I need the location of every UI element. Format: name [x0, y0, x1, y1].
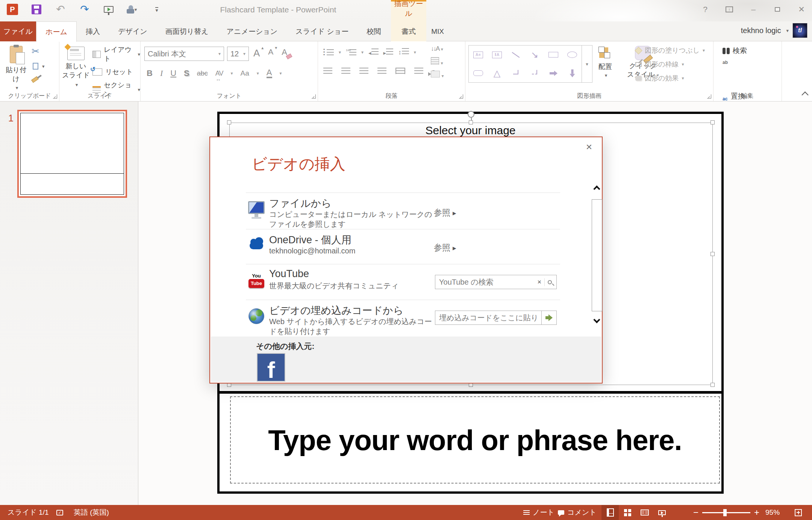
numbering-icon[interactable] [349, 49, 356, 56]
distribute-icon[interactable] [395, 68, 405, 74]
italic-button[interactable]: I [160, 68, 163, 78]
change-case-button[interactable]: Aa [241, 69, 249, 77]
selection-handle[interactable] [469, 120, 473, 124]
shape-outline-button[interactable]: 図形の枠線▾ [635, 60, 705, 69]
grow-font-button[interactable]: A▴ [253, 47, 260, 59]
convert-smartart-button[interactable]: ▾ [431, 71, 444, 79]
tab-format[interactable]: 書式 [391, 21, 426, 41]
elbow-arrow-connector-icon[interactable] [532, 70, 537, 74]
down-block-arrow-icon[interactable] [570, 69, 575, 77]
bullets-icon[interactable] [327, 49, 334, 56]
tab-insert[interactable]: 挿入 [77, 21, 109, 41]
character-spacing-button[interactable]: AV [215, 70, 223, 77]
fit-to-window-button[interactable] [795, 505, 802, 520]
zoom-out-button[interactable]: − [691, 507, 701, 518]
justify-icon[interactable] [377, 68, 386, 74]
shrink-font-button[interactable]: A▾ [268, 47, 273, 59]
tab-design[interactable]: デザイン [109, 21, 156, 41]
line-spacing-icon[interactable]: ↕ [398, 48, 409, 56]
facebook-icon[interactable]: f [257, 353, 285, 382]
restore-button[interactable] [769, 4, 786, 15]
tab-slideshow[interactable]: スライド ショー [286, 21, 358, 41]
font-name-combo[interactable]: Calibri 本文▾ [144, 47, 224, 61]
new-slide-button[interactable]: 新しい スライド ▾ [62, 43, 90, 89]
tab-home[interactable]: ホーム [36, 21, 77, 42]
scroll-up-button[interactable] [594, 186, 599, 193]
minimize-button[interactable]: – [745, 4, 762, 15]
paragraph-dialog-launcher[interactable] [459, 94, 463, 99]
bold-button[interactable]: B [147, 68, 153, 78]
align-text-button[interactable]: ▾ [431, 57, 443, 66]
shape-gallery-more-button[interactable]: ▾ [582, 45, 592, 83]
rounded-rectangle-shape-icon[interactable] [473, 70, 483, 76]
language-indicator[interactable]: 英語 (英国) [74, 505, 109, 520]
collapse-ribbon-button[interactable] [801, 91, 808, 98]
save-button[interactable] [30, 3, 43, 16]
search-icon[interactable] [548, 280, 552, 284]
browse-onedrive-link[interactable]: 参照 [434, 242, 456, 253]
format-painter-icon[interactable] [31, 76, 39, 83]
text-direction-button[interactable]: ↓↓A ▾ [431, 45, 443, 53]
slide-thumbnail[interactable] [17, 110, 127, 198]
elbow-connector-icon[interactable] [513, 70, 518, 74]
insert-embed-button[interactable] [542, 311, 557, 325]
copy-button[interactable]: ▾ [32, 63, 45, 70]
paste-button[interactable]: 貼り付け ▾ [3, 42, 29, 92]
vertical-text-box-icon[interactable]: ‖A [492, 52, 502, 58]
cut-icon[interactable]: ✂ [32, 46, 39, 57]
shape-effects-button[interactable]: 図形の効果▾ [635, 74, 705, 83]
comments-button[interactable]: コメント [558, 505, 597, 520]
tab-file[interactable]: ファイル [0, 21, 36, 41]
font-size-combo[interactable]: 12▾ [227, 47, 249, 61]
clipboard-dialog-launcher[interactable] [53, 94, 57, 99]
rotate-handle[interactable] [468, 111, 474, 118]
clear-search-icon[interactable]: × [534, 278, 545, 286]
shape-fill-button[interactable]: 図形の塗りつぶし▾ [635, 46, 705, 55]
increase-indent-icon[interactable]: ▸ [383, 49, 394, 56]
close-button[interactable]: ✕ [793, 4, 810, 15]
reading-view-button[interactable] [636, 505, 653, 520]
selection-handle[interactable] [710, 120, 715, 124]
text-shadow-button[interactable]: S [184, 68, 189, 78]
drawing-dialog-launcher[interactable] [707, 94, 711, 99]
help-button[interactable]: ? [697, 4, 714, 15]
zoom-level[interactable]: 95% [765, 505, 780, 520]
ribbon-display-options-button[interactable]: ↑ [721, 4, 738, 15]
line-shape-icon[interactable] [512, 52, 520, 58]
tab-animations[interactable]: アニメーション [218, 21, 287, 41]
youtube-search-input[interactable] [435, 278, 534, 287]
arrange-button[interactable]: 配置 ▾ [598, 46, 613, 80]
decrease-indent-icon[interactable]: ◂ [368, 49, 379, 56]
text-box-icon[interactable]: A≡ [473, 52, 483, 58]
text-placeholder[interactable]: Type your word or phrase here. [230, 396, 720, 484]
embed-code-input[interactable] [435, 314, 541, 322]
oval-shape-icon[interactable] [567, 52, 577, 58]
dialog-close-button[interactable]: × [582, 140, 596, 154]
columns-icon[interactable] [414, 68, 423, 74]
notes-button[interactable]: ノート [523, 505, 554, 520]
find-button[interactable]: 検索 [723, 46, 751, 56]
zoom-slider-thumb[interactable] [723, 509, 727, 516]
clear-formatting-button[interactable]: A [282, 47, 287, 59]
align-left-icon[interactable] [323, 68, 332, 74]
align-center-icon[interactable] [341, 68, 350, 74]
selection-handle[interactable] [710, 383, 715, 387]
layout-button[interactable]: レイアウト▾ [92, 45, 140, 63]
triangle-shape-icon[interactable]: △ [494, 69, 500, 78]
scroll-down-button[interactable] [594, 317, 599, 324]
tab-transitions[interactable]: 画面切り替え [156, 21, 218, 41]
align-right-icon[interactable] [359, 68, 368, 74]
font-color-button[interactable]: A [267, 68, 272, 78]
selection-handle[interactable] [710, 252, 715, 256]
account-area[interactable]: tekhno logic ▾ tl [741, 23, 807, 38]
redo-button[interactable]: ↷ [78, 3, 91, 16]
slide-indicator[interactable]: スライド 1/1 [8, 505, 48, 520]
right-block-arrow-icon[interactable] [550, 71, 557, 76]
rectangle-shape-icon[interactable] [548, 52, 558, 58]
underline-button[interactable]: U [170, 68, 176, 78]
slideshow-view-button[interactable] [653, 505, 671, 520]
normal-view-button[interactable] [601, 505, 619, 520]
start-slideshow-button[interactable] [102, 3, 115, 16]
font-dialog-launcher[interactable] [312, 94, 316, 99]
strikethrough-button[interactable]: abc [197, 70, 208, 77]
